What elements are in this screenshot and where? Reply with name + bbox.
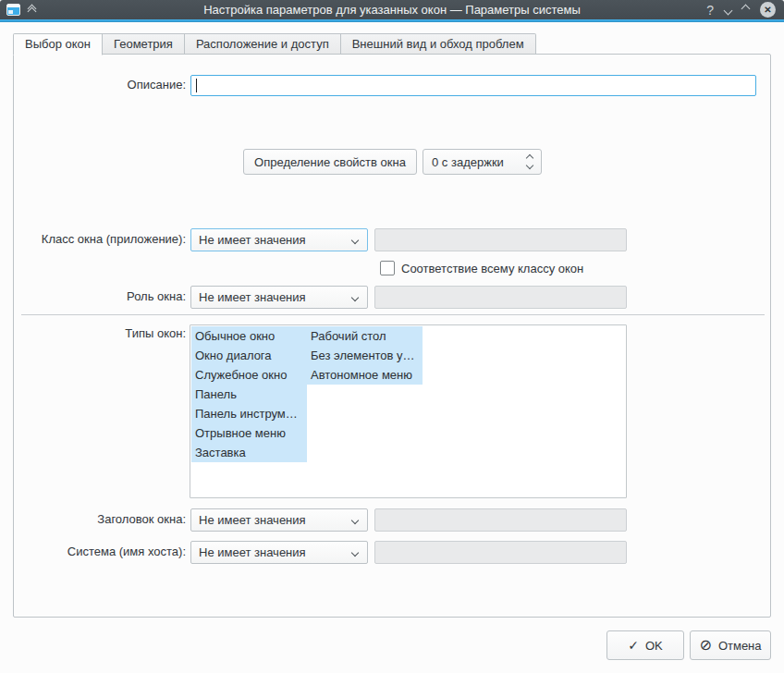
window-title-combobox-value: Не имеет значения xyxy=(199,513,306,527)
window-type-item[interactable]: Отрывное меню xyxy=(191,423,307,443)
delay-spinbox-value: 0 с задержки xyxy=(432,155,504,169)
window-types-column: Обычное окноОкно диалогаСлужебное окноПа… xyxy=(191,326,307,462)
chevron-down-icon xyxy=(351,548,359,556)
description-label: Описание: xyxy=(14,78,186,92)
hostname-combobox-value: Не имеет значения xyxy=(199,545,306,559)
tab-appearance-fixes[interactable]: Внешний вид и обход проблем xyxy=(341,33,536,55)
maximize-icon[interactable] xyxy=(742,6,749,12)
window-class-combobox[interactable]: Не имеет значения xyxy=(190,228,368,251)
cancel-button-label: Отмена xyxy=(718,639,762,653)
window-class-label: Класс окна (приложение): xyxy=(14,232,186,246)
delay-spinbox[interactable]: 0 с задержки xyxy=(423,149,542,175)
hostname-label: Система (имя хоста): xyxy=(14,545,186,558)
keep-above-icon[interactable] xyxy=(29,4,35,17)
window-class-combobox-value: Не имеет значения xyxy=(199,233,306,247)
hostname-combobox[interactable]: Не имеет значения xyxy=(190,541,368,564)
window-type-item[interactable]: Рабочий стол xyxy=(307,326,423,346)
match-whole-class-label[interactable]: Соответствие всему классу окон xyxy=(401,262,583,275)
titlebar-accent-line xyxy=(0,19,784,22)
window-types-column: Рабочий столБез элементов у…Автономное м… xyxy=(307,326,423,385)
tab-bar: Выбор окон Геометрия Расположение и дост… xyxy=(13,33,536,55)
window-title-label: Заголовок окна: xyxy=(14,512,186,526)
window-type-item[interactable]: Служебное окно xyxy=(191,365,307,385)
detect-window-properties-button[interactable]: Определение свойств окна xyxy=(243,149,417,175)
window-role-label: Роль окна: xyxy=(14,289,186,303)
window-class-field xyxy=(374,228,627,251)
window-type-item[interactable]: Обычное окно xyxy=(191,326,307,346)
minimize-icon[interactable] xyxy=(725,7,731,14)
chevron-down-icon xyxy=(351,293,359,300)
window-role-combobox[interactable]: Не имеет значения xyxy=(190,286,368,309)
cancel-icon: ⊘ xyxy=(699,638,711,653)
tab-arrangement-access[interactable]: Расположение и доступ xyxy=(185,33,341,55)
cancel-button[interactable]: ⊘ Отмена xyxy=(690,630,771,660)
tab-window-matching[interactable]: Выбор окон xyxy=(13,33,103,55)
window-type-item[interactable]: Окно диалога xyxy=(191,346,307,365)
titlebar: Настройка параметров для указанных окон … xyxy=(0,0,784,19)
tab-content-frame: Описание: Определение свойств окна 0 с з… xyxy=(13,54,771,618)
window-types-label: Типы окон: xyxy=(14,326,186,340)
window-rules-dialog: Настройка параметров для указанных окон … xyxy=(0,0,784,673)
app-window-icon[interactable] xyxy=(6,4,20,16)
text-caret xyxy=(196,79,197,92)
help-icon[interactable]: ? xyxy=(706,3,714,18)
window-type-item[interactable]: Автономное меню xyxy=(307,365,423,385)
checkmark-icon: ✓ xyxy=(628,638,639,653)
chevron-down-icon xyxy=(351,236,359,243)
window-role-field xyxy=(374,286,627,309)
window-type-item[interactable]: Без элементов у… xyxy=(307,346,423,365)
match-whole-class-checkbox[interactable] xyxy=(380,261,395,275)
window-type-item[interactable]: Панель xyxy=(191,385,307,404)
window-title-combobox[interactable]: Не имеет значения xyxy=(190,508,368,532)
window-title: Настройка параметров для указанных окон … xyxy=(0,3,784,17)
section-separator xyxy=(21,314,765,315)
description-input[interactable] xyxy=(190,75,756,96)
window-type-item[interactable]: Панель инструм… xyxy=(191,404,307,423)
hostname-field xyxy=(374,541,627,564)
window-type-item[interactable]: Заставка xyxy=(191,443,307,462)
close-icon[interactable]: ✕ xyxy=(760,2,776,18)
spin-down-icon[interactable] xyxy=(526,162,533,169)
chevron-down-icon xyxy=(351,516,359,523)
window-types-list[interactable]: Обычное окноОкно диалогаСлужебное окноПа… xyxy=(190,324,627,498)
ok-button[interactable]: ✓ OK xyxy=(606,630,684,660)
window-role-combobox-value: Не имеет значения xyxy=(199,290,306,304)
tab-geometry[interactable]: Геометрия xyxy=(103,33,185,55)
window-title-field xyxy=(374,508,627,532)
ok-button-label: OK xyxy=(645,639,663,653)
